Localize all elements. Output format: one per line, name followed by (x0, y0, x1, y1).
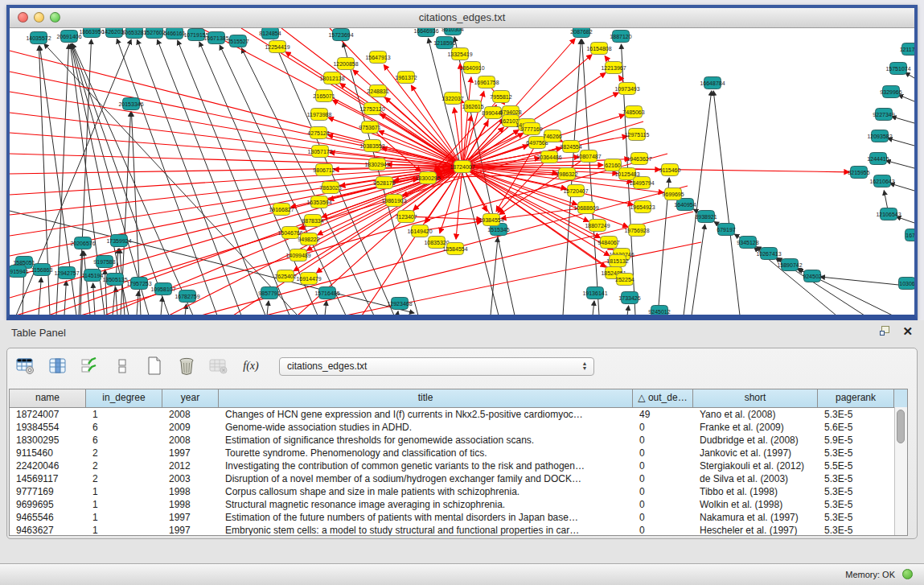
graph-node[interactable]: 4275124 (307, 127, 329, 139)
graph-node[interactable]: 18640910 (459, 62, 484, 74)
graph-node[interactable]: 7863023 (319, 182, 341, 194)
graph-node[interactable]: 2087682 (570, 28, 592, 38)
graph-node[interactable]: 924502 (803, 270, 821, 282)
graph-node[interactable]: 14035572 (26, 32, 51, 44)
float-panel-icon[interactable] (880, 326, 891, 336)
table-settings-icon[interactable] (15, 356, 36, 377)
graph-node[interactable]: 16773 (906, 229, 915, 241)
graph-node[interactable]: 13505135 (102, 274, 127, 286)
graph-node[interactable]: 7955812 (490, 91, 511, 103)
column-select-icon[interactable] (47, 356, 68, 377)
graph-node[interactable]: 15751074 (885, 63, 910, 75)
graph-node[interactable]: 1145194 (82, 270, 104, 282)
column-header-title[interactable]: title (219, 389, 633, 407)
graph-node[interactable]: 8878334 (302, 215, 323, 227)
graph-node[interactable]: 1733426 (618, 292, 640, 304)
graph-node[interactable]: 16646936 (413, 28, 438, 37)
graph-node[interactable]: 62160 (605, 159, 622, 171)
graph-node[interactable]: 16353594 (306, 196, 331, 208)
graph-node[interactable]: 12254419 (265, 41, 290, 53)
graph-node[interactable]: 15647913 (365, 51, 390, 64)
graph-node[interactable]: 12200858 (333, 58, 358, 70)
graph-node[interactable]: 15720407 (563, 185, 588, 197)
window-titlebar[interactable]: citations_edges.txt (10, 8, 914, 28)
graph-node[interactable]: 1815132 (606, 255, 628, 267)
graph-node[interactable]: 7123407 (395, 211, 417, 223)
column-header-out_de[interactable]: △ out_de… (633, 389, 693, 407)
vertical-scrollbar[interactable] (894, 407, 907, 535)
table-row[interactable]: 1830029562008Estimation of significance … (10, 434, 907, 447)
graph-node[interactable]: 1961372 (395, 72, 417, 84)
graph-node[interactable]: 8215955 (848, 167, 869, 179)
graph-node[interactable]: 11973988 (307, 109, 332, 121)
graph-node[interactable]: 9806712 (313, 164, 335, 176)
graph-node[interactable]: 12106543 (876, 208, 901, 220)
graph-node[interactable]: 6466161 (163, 28, 185, 39)
graph-node[interactable]: 7485063 (622, 106, 644, 118)
table-row[interactable]: 977716911998Corpus callosum shape and si… (10, 485, 907, 498)
graph-node[interactable]: 9345128 (737, 237, 758, 249)
graph-node[interactable]: 9777169 (520, 123, 542, 135)
table-row[interactable]: 946554611997Estimation of the future num… (10, 511, 907, 524)
graph-node[interactable]: 16154808 (586, 43, 611, 55)
graph-node[interactable]: 12093582 (867, 130, 892, 142)
graph-node[interactable]: 10958107 (150, 283, 175, 295)
column-header-year[interactable]: year (162, 389, 219, 407)
graph-node[interactable]: 3915941 (10, 266, 29, 278)
column-header-pagerank[interactable]: pagerank (818, 389, 894, 407)
graph-node[interactable]: 16210643 (869, 175, 894, 187)
new-file-icon[interactable] (144, 356, 165, 377)
graph-node[interactable]: 9197588 (93, 256, 115, 268)
graph-node[interactable]: 20153346 (118, 98, 143, 110)
graph-node[interactable]: 19654923 (630, 201, 655, 213)
function-builder-icon[interactable]: f(x) (240, 356, 261, 377)
graph-node[interactable]: 19463627 (626, 153, 651, 165)
graph-node[interactable]: 9227349 (873, 109, 894, 121)
graph-node[interactable]: 1362615 (462, 101, 483, 113)
table-select-dropdown[interactable]: citations_edges.txt ▲▼ (279, 357, 594, 376)
graph-node[interactable]: 7986322 (556, 168, 577, 180)
graph-node[interactable]: 9699695 (662, 188, 684, 200)
table-row[interactable]: 911546021997Tourette syndrome. Phenomeno… (10, 447, 907, 459)
graph-node[interactable]: 8938921 (695, 211, 717, 223)
stack-icon[interactable] (112, 356, 133, 377)
graph-node[interactable]: 8124854 (259, 28, 281, 39)
table-row[interactable]: 2242004622012Investigating the contribut… (10, 459, 907, 472)
table-row[interactable]: 969969511998Structural magnetic resonanc… (10, 498, 907, 511)
graph-node[interactable]: 9115460 (659, 164, 681, 176)
graph-node[interactable]: 10306 (899, 278, 915, 290)
graph-node[interactable]: 252254 (615, 274, 634, 286)
graph-node[interactable]: 8610304 (441, 28, 463, 35)
graph-node[interactable]: 19756928 (624, 225, 649, 237)
table-row[interactable]: 946362711997Embryonic stem cells: a mode… (10, 524, 907, 536)
graph-node[interactable]: 16782759 (175, 290, 199, 303)
graph-node[interactable]: 9329966 (880, 86, 901, 98)
graph-node[interactable]: 1156863 (31, 264, 53, 276)
graph-node[interactable]: 9528175 (373, 177, 395, 189)
graph-node[interactable]: 16149420 (407, 225, 432, 237)
graph-node[interactable]: 7515527 (227, 35, 248, 47)
graph-node[interactable]: 2248831 (367, 85, 388, 97)
graph-node[interactable]: 7625402 (274, 270, 296, 282)
close-panel-icon[interactable]: ✕ (902, 326, 913, 336)
graph-node[interactable]: 9484067 (598, 237, 619, 249)
graph-node[interactable]: 20691406 (56, 31, 81, 43)
graph-node[interactable]: 9245012 (648, 306, 670, 315)
graph-node[interactable]: 12975115 (625, 129, 650, 141)
column-header-in_degree[interactable]: in_degree (86, 389, 162, 407)
graph-node[interactable]: 20364486 (536, 151, 561, 163)
graph-node[interactable]: 2165071 (313, 90, 335, 102)
graph-node[interactable]: 19166827 (269, 204, 294, 216)
graph-node[interactable]: 16648784 (700, 77, 725, 89)
graph-node[interactable]: 1211731 (900, 43, 914, 56)
graph-node[interactable]: 17957253 (126, 278, 151, 290)
graph-node[interactable]: 746266 (543, 130, 561, 142)
delete-trash-icon[interactable] (176, 356, 197, 377)
table-row[interactable]: 1456911722003Disruption of a novel membe… (10, 472, 907, 485)
graph-node[interactable]: 18663950 (79, 28, 104, 38)
graph-node[interactable]: 1218596 (433, 37, 455, 49)
memory-indicator[interactable] (902, 569, 913, 579)
graph-node[interactable]: 679197 (717, 224, 735, 236)
graph-node[interactable]: 13325419 (447, 48, 472, 60)
graph-node[interactable]: 16961758 (474, 76, 499, 89)
